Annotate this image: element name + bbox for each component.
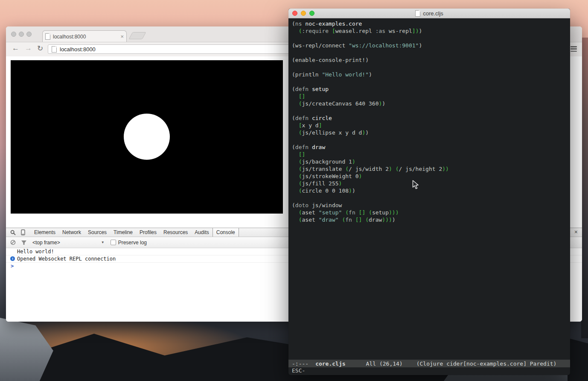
chrome-menu-icon[interactable] [571,46,577,52]
info-icon: i [10,256,15,261]
frame-selector[interactable]: <top frame> [32,240,60,246]
mouse-cursor-icon [412,180,419,190]
modeline-buffer-name: core.cljs [315,360,345,367]
editor-window: core.cljs (ns noc-examples.core (:requir… [288,9,570,375]
code-line [292,194,570,202]
code-line: (js/createCanvas 640 360)) [292,100,570,107]
code-line [292,64,570,71]
devtools-tab-profiles[interactable]: Profiles [136,228,160,237]
code-line [292,49,570,56]
back-icon[interactable]: ← [12,44,19,53]
tab-close-icon[interactable]: × [120,34,124,39]
code-lines[interactable]: (ns noc-examples.core (:require [weasel.… [288,18,570,360]
code-line: [] [292,93,570,100]
devtools-tab-sources[interactable]: Sources [84,228,110,237]
devtools-tab-console[interactable]: Console [212,228,239,237]
code-line [292,107,570,114]
tab-favicon-page-icon [45,33,50,40]
code-line [292,136,570,144]
code-line: (defn circle [292,114,570,122]
tab-title: localhost:8000 [53,34,120,40]
modeline-flags: -:--- [292,360,309,367]
devtools-tab-resources[interactable]: Resources [160,228,191,237]
drawn-white-circle [124,114,170,160]
inspect-element-icon[interactable] [9,229,16,236]
code-line: (js/fill 255) [292,180,570,187]
code-line: (defn setup [292,85,570,93]
modeline-modes: (Clojure cider[noc-examples.core] Paredi… [416,360,557,367]
preserve-log-checkbox[interactable] [111,240,116,245]
prompt-chevron-icon: > [11,263,14,269]
devtools-tab-elements[interactable]: Elements [31,228,59,237]
devtools-close-icon[interactable]: × [574,229,578,235]
code-line [292,35,570,42]
url-page-icon [52,46,57,53]
clear-console-icon[interactable] [9,239,16,246]
code-line: (circle 0 0 108)) [292,187,570,194]
browser-minimize-button[interactable] [19,32,24,37]
code-line: (doto js/window [292,202,570,209]
preserve-log-label: Preserve log [118,240,147,246]
forward-icon[interactable]: → [25,44,32,53]
console-info-text: Opened Websocket REPL connection [17,256,116,262]
device-mode-icon[interactable] [20,229,26,236]
editor-echo-area[interactable]: ESC- [288,367,570,375]
code-line: (js/strokeWeight 0) [292,173,570,180]
filter-icon[interactable] [20,239,27,246]
console-log-text: Hello world! [17,249,54,255]
devtools-tab-timeline[interactable]: Timeline [110,228,136,237]
code-line: (:require [weasel.repl :as ws-repl])) [292,27,570,35]
p5-canvas [11,60,283,214]
code-line [292,78,570,85]
frame-dropdown-icon[interactable]: ▼ [101,240,105,244]
code-line: (ns noc-examples.core [292,20,570,27]
modeline-position: All (26,14) [366,360,403,367]
code-line: (js/translate (/ js/width 2) (/ js/heigh… [292,165,570,173]
code-line: (ws-repl/connect "ws://localhost:9001") [292,42,570,49]
browser-zoom-button[interactable] [26,32,32,37]
code-line: (aset "draw" (fn [] (draw)))) [292,216,570,223]
editor-minimize-button[interactable] [301,11,306,16]
editor-doc-icon [415,10,420,17]
code-line: (println "Hello world!") [292,71,570,78]
code-line: [x y d] [292,122,570,129]
wallpaper-right-cliff [581,38,588,338]
browser-tab[interactable]: localhost:8000 × [42,30,127,42]
editor-title-bar[interactable]: core.cljs [288,9,570,18]
editor-zoom-button[interactable] [309,11,314,16]
editor-window-title: core.cljs [423,10,443,17]
devtools-tab-audits[interactable]: Audits [191,228,212,237]
code-line: (enable-console-print!) [292,56,570,64]
browser-close-button[interactable] [11,32,16,37]
editor-close-button[interactable] [292,11,297,16]
code-line: (js/ellipse x y d d)) [292,129,570,136]
code-line: [] [292,151,570,158]
editor-modeline: -:--- core.cljs All (26,14) (Clojure cid… [288,360,570,367]
url-text: localhost:8000 [60,46,96,53]
reload-icon[interactable]: ↻ [37,44,43,53]
new-tab-button[interactable] [128,32,146,39]
code-line: (aset "setup" (fn [] (setup))) [292,209,570,216]
code-line: (js/background 1) [292,158,570,165]
devtools-tab-network[interactable]: Network [59,228,84,237]
code-line: (defn draw [292,144,570,151]
